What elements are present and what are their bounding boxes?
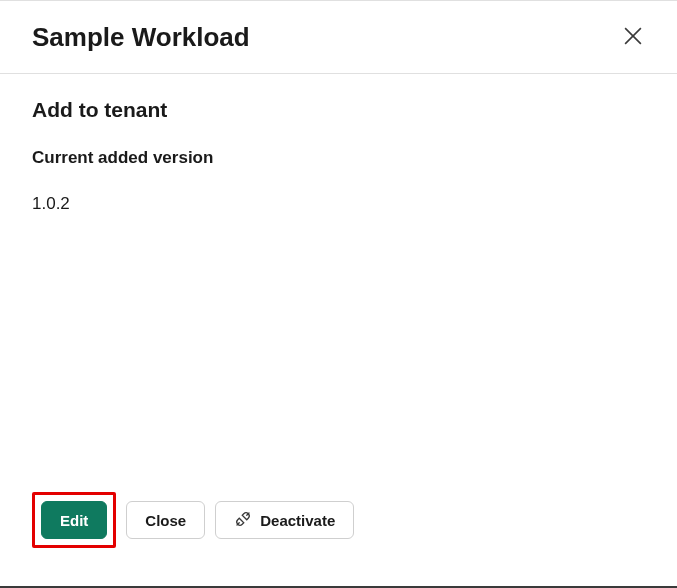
section-title: Add to tenant bbox=[32, 98, 645, 122]
panel-header: Sample Workload bbox=[0, 1, 677, 74]
list-view-button[interactable] bbox=[625, 88, 653, 116]
deactivate-button[interactable]: Deactivate bbox=[215, 501, 354, 539]
panel-footer: Edit Close Deactivate bbox=[32, 492, 354, 548]
unplug-icon bbox=[234, 510, 252, 531]
panel-content: Add to tenant Current added version 1.0.… bbox=[0, 74, 677, 570]
edit-button-label: Edit bbox=[60, 512, 88, 529]
close-panel-button[interactable] bbox=[617, 21, 649, 53]
deactivate-button-label: Deactivate bbox=[260, 512, 335, 529]
close-icon bbox=[624, 27, 642, 48]
close-button-label: Close bbox=[145, 512, 186, 529]
edit-button[interactable]: Edit bbox=[41, 501, 107, 539]
side-toolbar bbox=[625, 88, 653, 168]
panel-title: Sample Workload bbox=[32, 22, 250, 53]
collapse-top-button[interactable] bbox=[625, 140, 653, 168]
version-label: Current added version bbox=[32, 148, 645, 168]
highlight-frame: Edit bbox=[32, 492, 116, 548]
close-button[interactable]: Close bbox=[126, 501, 205, 539]
version-value: 1.0.2 bbox=[32, 194, 645, 214]
